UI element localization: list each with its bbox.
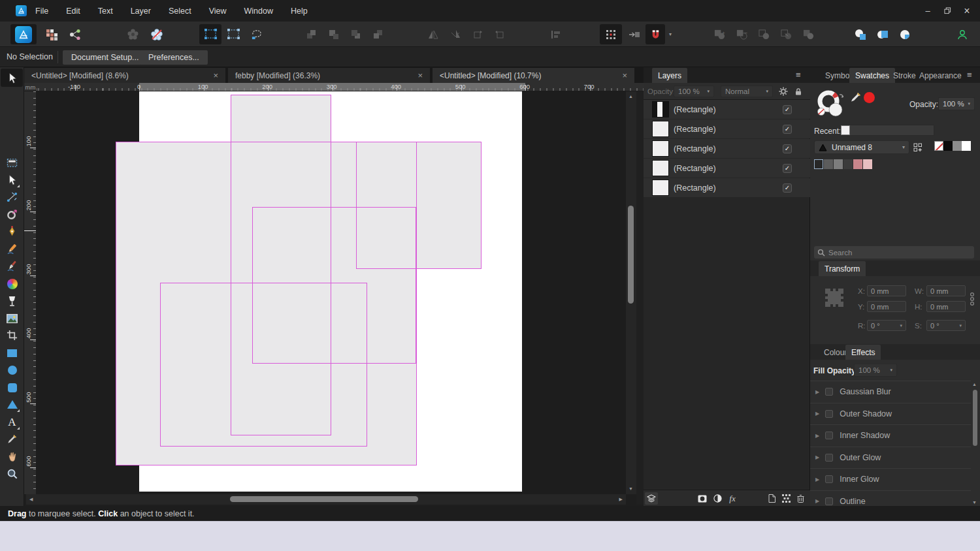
pattern-layer-icon[interactable]	[779, 492, 792, 505]
expander-icon[interactable]: ▶	[815, 433, 819, 439]
effect-checkbox[interactable]	[825, 475, 833, 483]
vector-brush-tool[interactable]	[4, 258, 20, 274]
menu-window[interactable]: Window	[242, 7, 276, 16]
boolean-subtract-button[interactable]: −	[730, 24, 753, 44]
palette-swatch[interactable]	[824, 159, 833, 169]
close-tab-icon[interactable]: ×	[417, 71, 423, 80]
horizontal-scrollbar[interactable]: ◀ ▶	[26, 494, 626, 505]
layer-row[interactable]: (Rectangle)✓	[644, 159, 810, 178]
swatch-none[interactable]	[934, 141, 943, 151]
layer-thumbnail[interactable]	[652, 140, 669, 157]
link-dimensions-icon[interactable]	[970, 291, 975, 307]
document-tab[interactable]: <Untitled> [Modified] (8.6%) ×	[24, 68, 225, 83]
layer-name[interactable]: (Rectangle)	[674, 105, 716, 114]
fill-tool[interactable]	[4, 292, 20, 309]
flip-vertical-button[interactable]	[444, 24, 466, 44]
recent-swatch[interactable]	[841, 125, 850, 135]
effects-scroll-thumb[interactable]	[973, 390, 977, 446]
snapping-off-button[interactable]	[146, 24, 167, 44]
artboard-tool[interactable]	[4, 154, 20, 170]
snap-grid-button[interactable]	[600, 24, 622, 44]
layer-opacity-dropdown[interactable]: 100 %▾	[674, 86, 714, 97]
close-button[interactable]: ×	[957, 0, 977, 22]
expander-icon[interactable]: ▶	[815, 389, 819, 395]
layer-thumbnail[interactable]	[652, 180, 669, 196]
swatch-black[interactable]	[943, 141, 953, 151]
canvas-viewport[interactable]	[37, 91, 626, 494]
pencil-tool[interactable]	[4, 241, 20, 257]
marquee-touch-mode-button[interactable]	[222, 24, 244, 44]
effect-row-inner-shadow[interactable]: ▶Inner Shadow	[810, 424, 971, 447]
tab-transform[interactable]: Transform	[819, 261, 866, 276]
palette-swatch[interactable]	[843, 159, 853, 169]
expander-icon[interactable]: ▶	[815, 454, 819, 460]
layer-name[interactable]: (Rectangle)	[674, 144, 716, 153]
move-to-back-button[interactable]	[367, 24, 389, 44]
shear-field[interactable]: 0 °▾	[926, 320, 966, 331]
vector-crop-tool[interactable]	[4, 327, 20, 343]
layer-visibility-checkbox[interactable]: ✓	[783, 125, 792, 134]
scroll-left-arrow[interactable]: ◀	[29, 494, 33, 505]
document-tab[interactable]: febby [Modified] (36.3%) ×	[228, 68, 430, 83]
pixel-persona-button[interactable]	[42, 24, 61, 44]
vertical-scrollbar[interactable]: ▲ ▼	[626, 91, 636, 494]
effect-checkbox[interactable]	[825, 454, 833, 462]
panel-menu-icon[interactable]: ≡	[796, 70, 801, 80]
layer-visibility-checkbox[interactable]: ✓	[783, 164, 792, 173]
designer-persona-button[interactable]	[10, 24, 37, 44]
panel-splitter[interactable]	[636, 91, 644, 505]
layer-row[interactable]: (Rectangle)✓	[644, 100, 810, 119]
layer-thumbnail[interactable]	[652, 121, 669, 137]
effects-scrollbar[interactable]: ▲ ▼	[971, 381, 979, 506]
layers-stack-icon[interactable]	[645, 492, 658, 505]
rotate-ccw-button[interactable]	[466, 24, 488, 44]
document-setup-button[interactable]: Document Setup...	[63, 50, 148, 65]
zoom-tool[interactable]	[4, 465, 20, 482]
colour-picker-tool[interactable]	[4, 431, 20, 447]
horizontal-scroll-thumb[interactable]	[230, 496, 418, 502]
delete-layer-trash-icon[interactable]	[794, 492, 807, 505]
point-transform-tool[interactable]	[4, 189, 20, 205]
layer-name[interactable]: (Rectangle)	[674, 125, 716, 134]
x-field[interactable]: 0 mm	[867, 285, 906, 296]
blend-mode-dropdown[interactable]: Normal▾	[721, 86, 773, 97]
ruler-unit-label[interactable]: mm	[24, 83, 37, 91]
stroke-fill-selector-icon[interactable]	[814, 88, 848, 122]
new-layer-icon[interactable]	[765, 492, 778, 505]
swatch-opacity-dropdown[interactable]: 100 %▾	[938, 97, 975, 110]
effect-checkbox[interactable]	[825, 410, 833, 418]
expander-icon[interactable]: ▶	[815, 477, 819, 482]
panel-menu-icon[interactable]: ≡	[967, 70, 972, 80]
boolean-intersect-button[interactable]	[753, 24, 775, 44]
insert-on-top-button[interactable]	[872, 24, 894, 44]
lasso-select-mode-button[interactable]	[245, 24, 267, 44]
account-button[interactable]	[951, 24, 973, 44]
contour-tool[interactable]	[4, 206, 20, 223]
boolean-divide-button[interactable]	[775, 24, 797, 44]
fill-opacity-dropdown[interactable]: 100 %▾	[854, 364, 897, 377]
gear-icon[interactable]	[777, 86, 789, 97]
adjustment-icon[interactable]	[711, 492, 724, 505]
vertical-ruler[interactable]: 100200300400500600	[24, 91, 37, 494]
layer-name[interactable]: (Rectangle)	[674, 183, 716, 193]
palette-swatch[interactable]	[814, 159, 823, 169]
alignment-button[interactable]	[545, 24, 567, 44]
preferences-button[interactable]: Preferences...	[140, 50, 208, 65]
effect-row-inner-glow[interactable]: ▶Inner Glow	[810, 468, 971, 490]
scroll-down-arrow[interactable]: ▼	[629, 484, 633, 494]
effect-checkbox[interactable]	[825, 497, 833, 505]
search-input[interactable]	[828, 249, 959, 257]
layer-name[interactable]: (Rectangle)	[674, 164, 716, 173]
layer-row[interactable]: (Rectangle)✓	[644, 178, 810, 197]
w-field[interactable]: 0 mm	[926, 285, 966, 296]
snapping-preset-button[interactable]	[123, 24, 143, 44]
menu-help[interactable]: Help	[288, 7, 310, 16]
layer-thumbnail[interactable]	[652, 101, 669, 118]
anchor-point-selector-icon[interactable]	[822, 285, 847, 315]
tab-effects[interactable]: Effects	[845, 345, 881, 360]
flip-horizontal-button[interactable]	[422, 24, 444, 44]
layer-visibility-checkbox[interactable]: ✓	[783, 105, 792, 114]
close-tab-icon[interactable]: ×	[213, 71, 218, 80]
scroll-up-arrow[interactable]: ▲	[629, 91, 633, 102]
expander-icon[interactable]: ▶	[815, 498, 819, 504]
